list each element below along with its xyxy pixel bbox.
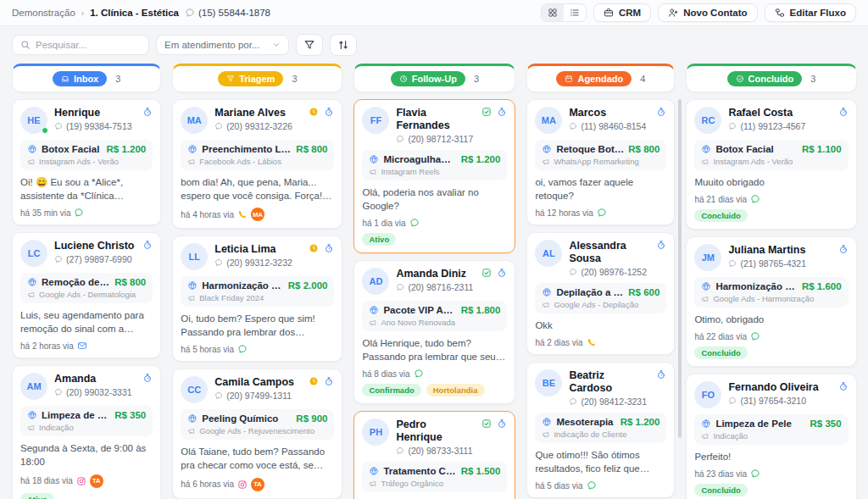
- contact-card-amanda-diniz[interactable]: ADAmanda Diniz(20) 98716-2311Pacote VIP …: [353, 260, 515, 404]
- editar-fluxo-button[interactable]: Editar Fluxo: [765, 3, 856, 22]
- service-price: R$ 1.200: [107, 144, 147, 154]
- card-action-icons: [142, 240, 153, 250]
- contact-card-marcos[interactable]: MAMarcos(11) 98460-8154Retoque BotoxR$ 8…: [526, 99, 675, 225]
- service-price: R$ 800: [114, 277, 146, 287]
- contact-card-henrique[interactable]: HEHenrique(19) 99384-7513Botox FacialR$ …: [12, 99, 161, 225]
- checkbox-icon[interactable]: [481, 419, 492, 429]
- attendant-filter-select[interactable]: Em atendimento por...: [156, 35, 289, 55]
- contact-card-mariane-alves[interactable]: MAMariane Alves(20) 99312-3226Preenchime…: [172, 99, 342, 229]
- contact-card-leticia-lima[interactable]: LLLeticia Lima(20) 99312-3232Harmonizaçã…: [172, 236, 342, 362]
- chat-icon: [728, 396, 737, 405]
- lead-source-label: Google Ads - Depilação: [554, 300, 638, 309]
- service-box: Harmonização FacialR$ 1.600Google Ads - …: [694, 277, 848, 308]
- contact-card-alessandra-sousa[interactable]: ALAlessandra Sousa(20) 98976-1252Depilaç…: [526, 232, 675, 355]
- novo-contato-button-label: Novo Contato: [683, 8, 747, 18]
- contact-phone: (21) 98765-4321: [728, 258, 831, 269]
- megaphone-icon: [187, 427, 196, 435]
- clock-icon[interactable]: [309, 376, 319, 386]
- stopwatch-icon[interactable]: [838, 244, 849, 254]
- card-header: HEHenrique(19) 99384-7513: [20, 107, 153, 134]
- contact-phone: (11) 98460-8154: [569, 121, 649, 131]
- filter-button[interactable]: [296, 34, 323, 56]
- topbar-actions: CRM Novo Contato Editar Fluxo: [541, 3, 856, 22]
- chat-icon: [569, 268, 577, 276]
- column-header-agendado[interactable]: Agendado4: [526, 64, 675, 92]
- stopwatch-icon[interactable]: [324, 243, 334, 253]
- crm-button[interactable]: CRM: [593, 3, 651, 22]
- stopwatch-icon[interactable]: [142, 107, 153, 117]
- contact-phone: (20) 98733-3111: [396, 446, 475, 456]
- chat-icon: [414, 369, 424, 379]
- novo-contato-button[interactable]: Novo Contato: [658, 3, 757, 22]
- lead-source-label: Indicação de Cliente: [554, 430, 626, 439]
- stopwatch-icon[interactable]: [497, 268, 507, 278]
- contact-card-rafael-costa[interactable]: RCRafael Costa(11) 99123-4567Botox Facia…: [686, 99, 856, 230]
- lead-source: Instagram Ads - Verão: [27, 157, 146, 166]
- lead-source: Indicação: [27, 423, 146, 432]
- service-icon: [542, 144, 552, 154]
- contact-info: Mariane Alves(20) 99312-3226: [214, 107, 302, 131]
- assignee-avatar: TA: [90, 474, 103, 488]
- column-scrollbar[interactable]: [678, 99, 682, 438]
- service-name: Remoção de Sinal: [42, 277, 110, 287]
- column-header-concluido[interactable]: Concluído3: [686, 64, 856, 92]
- lead-source: Google Ads - Harmonização: [701, 294, 841, 303]
- avatar: PH: [362, 419, 389, 446]
- service-icon: [187, 413, 198, 424]
- tag-concluido: Concluido: [694, 484, 747, 496]
- contact-phone: (20) 98716-2311: [396, 282, 475, 292]
- contact-info: Camila Campos(20) 97499-1311: [214, 376, 302, 401]
- flow-phone-number: (15) 55844-1878: [198, 8, 270, 18]
- column-header-inbox[interactable]: Inbox3: [12, 64, 161, 92]
- stopwatch-icon[interactable]: [142, 373, 153, 383]
- kanban-view-button[interactable]: [542, 4, 564, 21]
- card-header: ADAmanda Diniz(20) 98716-2311: [362, 268, 507, 295]
- service-name: Harmonização Facial: [715, 281, 798, 291]
- column-header-triagem[interactable]: Triagem3: [172, 64, 342, 92]
- service-name: Retoque Botox: [556, 144, 624, 154]
- clock-icon[interactable]: [309, 107, 319, 117]
- checkbox-icon[interactable]: [481, 107, 492, 117]
- contact-card-luciene-christo[interactable]: LCLuciene Christo(27) 99897-6990Remoção …: [12, 232, 161, 358]
- search-input[interactable]: [36, 40, 141, 50]
- chat-icon: [396, 283, 404, 291]
- list-view-button[interactable]: [564, 4, 586, 21]
- stopwatch-icon[interactable]: [142, 240, 153, 250]
- service-price: R$ 350: [810, 419, 841, 429]
- contact-card-pedro-henrique[interactable]: PHPedro Henrique(20) 98733-3111Tratament…: [353, 411, 515, 499]
- time-ago: há 8 dias via: [362, 369, 409, 379]
- contact-card-amanda[interactable]: AMAmanda(20) 99032-3331Limpeza de PeleR$…: [12, 365, 161, 499]
- checkbox-icon[interactable]: [481, 268, 492, 278]
- contact-info: Amanda(20) 99032-3331: [54, 373, 136, 397]
- column-header-follow-up[interactable]: Follow-Up3: [353, 64, 515, 92]
- stopwatch-icon[interactable]: [838, 381, 849, 391]
- flow-phone: (15) 55844-1878: [185, 8, 270, 18]
- tag-list: Concluido: [694, 209, 848, 222]
- breadcrumb-current[interactable]: 1. Clínica - Estética: [90, 8, 179, 18]
- breadcrumb-root[interactable]: Demonstração: [12, 8, 75, 18]
- contact-card-juliana-martins[interactable]: JMJuliana Martins(21) 98765-4321Harmoniz…: [686, 236, 856, 367]
- search-box[interactable]: [12, 35, 149, 55]
- chat-icon: [728, 122, 737, 130]
- contact-name: Leticia Lima: [214, 243, 302, 256]
- contact-name: Henrique: [54, 107, 136, 119]
- service-price: R$ 900: [296, 413, 327, 424]
- clock-icon[interactable]: [309, 243, 319, 253]
- card-header: LLLeticia Lima(20) 99312-3232: [181, 243, 334, 270]
- contact-card-fernando-oliveira[interactable]: FOFernando Oliveira(31) 97654-3210Limpez…: [686, 374, 856, 499]
- contact-name: Marcos: [569, 107, 649, 119]
- contact-card-camila-campos[interactable]: CCCamila Campos(20) 97499-1311Peeling Qu…: [172, 369, 342, 498]
- sort-button[interactable]: [330, 34, 357, 56]
- stopwatch-icon[interactable]: [497, 419, 507, 429]
- stopwatch-icon[interactable]: [497, 107, 507, 117]
- stopwatch-icon[interactable]: [656, 107, 666, 117]
- stopwatch-icon[interactable]: [838, 107, 849, 117]
- lead-source: Google Ads - Rejuvenescimento: [187, 426, 327, 435]
- stopwatch-icon[interactable]: [656, 369, 666, 380]
- column-pill-inbox: Inbox: [53, 71, 107, 86]
- contact-card-beatriz-cardoso[interactable]: BEBeatriz Cardoso(20) 98412-3231Mesotera…: [526, 362, 675, 498]
- stopwatch-icon[interactable]: [656, 240, 666, 250]
- contact-card-flavia-fernandes[interactable]: FFFlavia Fernandes(20) 98712-3117Microag…: [353, 99, 515, 253]
- stopwatch-icon[interactable]: [324, 376, 334, 386]
- stopwatch-icon[interactable]: [324, 107, 334, 117]
